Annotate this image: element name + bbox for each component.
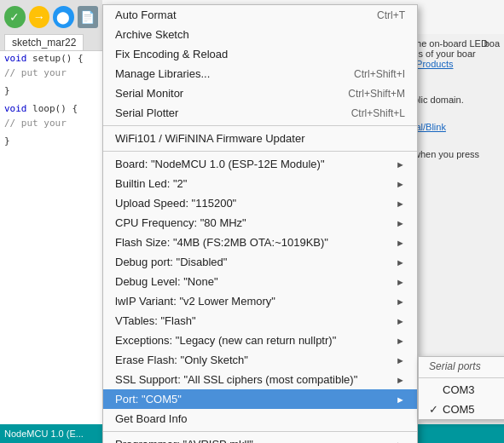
menu-arrow-cpu-frequency: ►	[396, 218, 405, 228]
menu-item-vtables[interactable]: VTables: "Flash" ►	[103, 311, 417, 331]
menu-item-fix-encoding[interactable]: Fix Encoding & Reload	[103, 44, 417, 64]
menu-item-wifi-updater[interactable]: WiFi101 / WiFiNINA Firmware Updater	[103, 129, 417, 148]
menu-item-serial-plotter[interactable]: Serial Plotter Ctrl+Shift+L	[103, 103, 417, 123]
code-line-7: // put your	[0, 116, 102, 130]
right-info-panel: the on-board LED cs of your boar /Produc…	[409, 34, 504, 375]
menu-label-auto-format: Auto Format	[115, 9, 177, 21]
menu-shortcut-serial-plotter: Ctrl+Shift+L	[351, 107, 405, 119]
sketch-tab[interactable]: sketch_mar22	[4, 34, 84, 50]
submenu-item-com3[interactable]: COM3	[419, 380, 504, 400]
menu-label-upload-speed: Upload Speed: "115200"	[115, 197, 236, 210]
menu-arrow-builtin-led: ►	[396, 179, 405, 189]
menu-label-serial-monitor: Serial Monitor	[115, 87, 183, 100]
toolbar: ✓ → ⬤ 📄	[0, 0, 102, 34]
info-line-3: blic domain.	[414, 95, 500, 105]
menu-item-manage-libraries[interactable]: Manage Libraries... Ctrl+Shift+I	[103, 64, 417, 83]
menu-label-exceptions: Exceptions: "Legacy (new can return null…	[115, 334, 336, 347]
menu-label-debug-port: Debug port: "Disabled"	[115, 256, 227, 268]
menu-item-programmer[interactable]: Programmer: "AVRISP mkll" ►	[103, 434, 417, 443]
menu-arrow-programmer: ►	[396, 440, 405, 444]
menu-item-ssl-support[interactable]: SSL Support: "All SSL ciphers (most comp…	[103, 370, 417, 389]
menu-item-flash-size[interactable]: Flash Size: "4MB (FS:2MB OTA:~1019KB)" ►	[103, 233, 417, 252]
upload-button[interactable]: →	[29, 6, 50, 28]
submenu-item-com5[interactable]: ✓ COM5	[419, 400, 504, 419]
new-sketch-button[interactable]: 📄	[78, 6, 99, 28]
menu-shortcut-manage-libraries: Ctrl+Shift+I	[354, 68, 405, 80]
menu-item-debug-level[interactable]: Debug Level: "None" ►	[103, 272, 417, 291]
menu-item-exceptions[interactable]: Exceptions: "Legacy (new can return null…	[103, 331, 417, 350]
menu-label-archive-sketch: Archive Sketch	[115, 28, 189, 41]
port-submenu: Serial ports COM3 ✓ COM5	[418, 356, 504, 420]
debug-button[interactable]: ⬤	[53, 6, 74, 28]
menu-arrow-debug-port: ►	[396, 257, 405, 268]
code-line-1: void setup() {	[0, 51, 102, 66]
menu-label-flash-size: Flash Size: "4MB (FS:2MB OTA:~1019KB)"	[115, 236, 328, 249]
menu-item-serial-monitor[interactable]: Serial Monitor Ctrl+Shift+M	[103, 83, 417, 103]
menu-shortcut-serial-monitor: Ctrl+Shift+M	[348, 88, 405, 100]
info-line-4: when you press	[414, 149, 500, 159]
menu-label-programmer: Programmer: "AVRISP mkll"	[115, 438, 253, 443]
info-link-2[interactable]: ial/Blink	[414, 122, 500, 132]
status-text: NodeMCU 1.0 (E...	[4, 429, 84, 439]
menu-label-vtables: VTables: "Flash"	[115, 314, 196, 327]
menu-item-get-board-info[interactable]: Get Board Info	[103, 409, 417, 429]
code-line-2: // put your	[0, 66, 102, 80]
submenu-label-com3: COM3	[443, 383, 475, 396]
info-link-1[interactable]: /Products	[414, 59, 500, 69]
compile-button[interactable]: ✓	[4, 6, 26, 28]
menu-arrow-debug-level: ►	[396, 277, 405, 287]
separator-2	[103, 151, 417, 152]
menu-label-lwip-variant: lwIP Variant: "v2 Lower Memory"	[115, 295, 275, 308]
menu-item-upload-speed[interactable]: Upload Speed: "115200" ►	[103, 193, 417, 213]
code-line-9: }	[0, 134, 102, 148]
menu-arrow-ssl-support: ►	[396, 375, 405, 385]
menu-label-wifi-updater: WiFi101 / WiFiNINA Firmware Updater	[115, 132, 304, 145]
menu-label-debug-level: Debug Level: "None"	[115, 275, 218, 288]
menu-item-port[interactable]: Port: "COM5" ►	[103, 389, 417, 409]
menu-label-port: Port: "COM5"	[115, 393, 182, 406]
menu-label-get-board-info: Get Board Info	[115, 412, 188, 425]
boa-text: boa	[484, 38, 500, 49]
menu-label-manage-libraries: Manage Libraries...	[115, 67, 210, 80]
menu-arrow-upload-speed: ►	[396, 198, 405, 209]
com3-check	[429, 383, 443, 396]
menu-label-cpu-frequency: CPU Frequency: "80 MHz"	[115, 216, 246, 229]
submenu-label-com5: COM5	[443, 403, 475, 416]
menu-label-ssl-support: SSL Support: "All SSL ciphers (most comp…	[115, 373, 357, 386]
menu-arrow-exceptions: ►	[396, 336, 405, 346]
menu-label-erase-flash: Erase Flash: "Only Sketch"	[115, 354, 248, 366]
menu-arrow-lwip-variant: ►	[396, 296, 405, 307]
separator-3	[103, 431, 417, 432]
submenu-header: Serial ports	[419, 357, 504, 376]
menu-arrow-erase-flash: ►	[396, 355, 405, 365]
menu-label-board: Board: "NodeMCU 1.0 (ESP-12E Module)"	[115, 158, 325, 170]
tools-menu: Auto Format Ctrl+T Archive Sketch Fix En…	[102, 4, 418, 443]
menu-label-serial-plotter: Serial Plotter	[115, 106, 178, 119]
menu-label-builtin-led: Builtin Led: "2"	[115, 177, 187, 190]
menu-item-builtin-led[interactable]: Builtin Led: "2" ►	[103, 174, 417, 193]
menu-item-board[interactable]: Board: "NodeMCU 1.0 (ESP-12E Module)" ►	[103, 154, 417, 174]
info-line-2: cs of your boar	[414, 49, 500, 59]
menu-item-archive-sketch[interactable]: Archive Sketch	[103, 25, 417, 44]
menu-arrow-flash-size: ►	[396, 238, 405, 248]
menu-arrow-vtables: ►	[396, 316, 405, 326]
menu-arrow-port: ►	[396, 394, 405, 405]
menu-shortcut-auto-format: Ctrl+T	[377, 9, 405, 21]
menu-item-erase-flash[interactable]: Erase Flash: "Only Sketch" ►	[103, 350, 417, 370]
menu-item-debug-port[interactable]: Debug port: "Disabled" ►	[103, 252, 417, 272]
menu-item-cpu-frequency[interactable]: CPU Frequency: "80 MHz" ►	[103, 213, 417, 233]
code-line-6: void loop() {	[0, 101, 102, 116]
code-line-4: }	[0, 83, 102, 98]
menu-item-lwip-variant[interactable]: lwIP Variant: "v2 Lower Memory" ►	[103, 291, 417, 311]
menu-arrow-board: ►	[396, 159, 405, 170]
submenu-separator	[419, 377, 504, 378]
menu-item-auto-format[interactable]: Auto Format Ctrl+T	[103, 5, 417, 25]
menu-label-fix-encoding: Fix Encoding & Reload	[115, 48, 228, 60]
code-editor[interactable]: void setup() { // put your } void loop()…	[0, 51, 102, 443]
com5-check: ✓	[429, 403, 443, 416]
separator-1	[103, 125, 417, 126]
